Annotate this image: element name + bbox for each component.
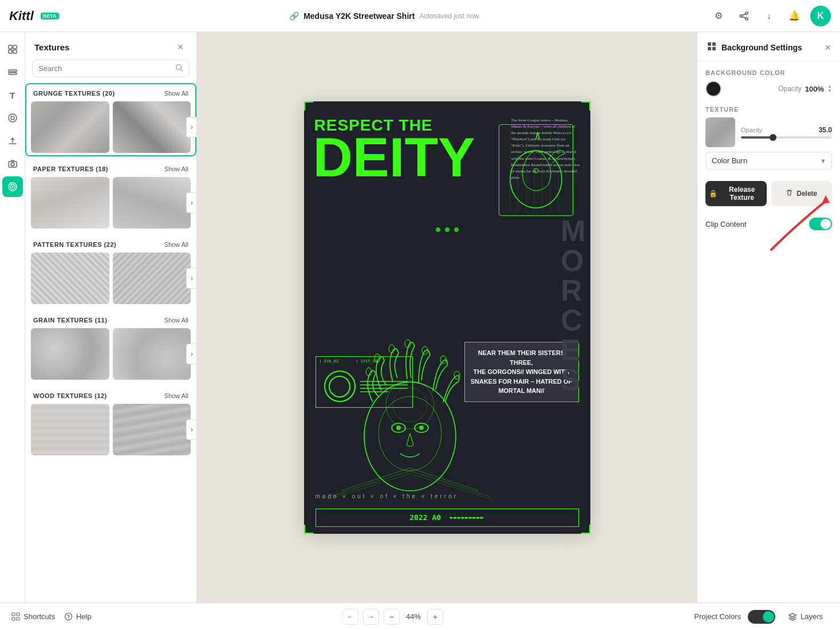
clip-content-row: Clip Content [705, 218, 832, 230]
layers-button[interactable]: Layers [782, 610, 829, 624]
download-icon[interactable]: ↓ [760, 7, 778, 25]
trash-icon [786, 189, 793, 198]
sidebar-item-text[interactable]: T [2, 85, 23, 105]
grunge-title: GRUNGE TEXTURES (20) [33, 90, 115, 97]
color-row: Opacity 100% ▲ ▼ [705, 81, 832, 97]
icon-bar: T [0, 32, 25, 603]
meta-letter-m: M [561, 216, 585, 246]
delete-label: Delete [796, 190, 817, 198]
sidebar-item-edit[interactable] [2, 39, 23, 60]
grain-thumb-1[interactable] [31, 328, 109, 380]
texture-preview-row: Opacity 35.0 [705, 117, 832, 147]
design-unicorn-box [499, 124, 573, 216]
wood-thumb-1[interactable] [31, 404, 109, 455]
grain-title: GRAIN TEXTURES (11) [33, 317, 107, 324]
rp-title: Background Settings [721, 43, 802, 52]
doc-title[interactable]: Medusa Y2K Streetwear Shirt [303, 11, 415, 21]
grunge-thumb-1[interactable] [31, 101, 109, 153]
slider-thumb[interactable] [770, 134, 776, 141]
paper-thumb-1[interactable] [31, 177, 109, 229]
wood-show-all[interactable]: Show All [164, 392, 188, 399]
project-colors-label: Project Colors [694, 612, 741, 621]
texture-sections: GRUNGE TEXTURES (20) Show All › PAPER TE… [25, 83, 196, 603]
pattern-section-header: PATTERN TEXTURES (22) Show All [29, 238, 193, 253]
svg-point-12 [11, 116, 14, 120]
texture-label: TEXTURE [705, 106, 832, 113]
grunge-show-all[interactable]: Show All [164, 90, 188, 97]
blend-mode-row: Normal Multiply Screen Overlay Darken Li… [705, 152, 832, 170]
svg-rect-46 [708, 47, 711, 50]
pattern-thumb-2[interactable] [113, 253, 191, 304]
search-input[interactable] [38, 64, 175, 73]
pattern-show-all[interactable]: Show All [164, 241, 188, 248]
slider-fill [741, 136, 773, 139]
design-canvas: RESPECT THE DEITY The three Gorgon siste… [304, 101, 590, 534]
paper-nav-arrow[interactable]: › [186, 192, 196, 213]
pattern-thumb-1[interactable] [31, 253, 109, 304]
sidebar-item-layers[interactable] [2, 62, 23, 82]
svg-line-4 [742, 17, 746, 18]
pattern-grid: › [29, 253, 193, 304]
texture-opacity-value: 35.0 [819, 126, 832, 134]
grunge-section: GRUNGE TEXTURES (20) Show All › [25, 83, 196, 156]
next-arrow[interactable]: → [363, 609, 379, 625]
rp-close-button[interactable]: × [825, 42, 831, 54]
wood-thumb-2[interactable] [113, 404, 191, 455]
clip-content-toggle[interactable] [809, 218, 832, 230]
release-texture-label: Release Texture [721, 186, 763, 202]
texture-preview-box[interactable] [705, 117, 735, 147]
sidebar-item-upload[interactable] [2, 131, 23, 151]
paper-grid: › [29, 177, 193, 229]
sidebar-item-texture[interactable] [2, 176, 23, 197]
opacity-arrows[interactable]: ▲ ▼ [827, 84, 832, 93]
blend-mode-select[interactable]: Normal Multiply Screen Overlay Darken Li… [705, 152, 832, 170]
grain-thumb-2[interactable] [113, 328, 191, 380]
paper-show-all[interactable]: Show All [164, 166, 188, 172]
app-logo: Kittl [9, 9, 34, 23]
opacity-down-arrow[interactable]: ▼ [827, 89, 832, 93]
crosshair-br [581, 525, 590, 534]
share-icon[interactable] [735, 7, 753, 25]
paper-section-header: PAPER TEXTURES (18) Show All [29, 162, 193, 177]
dot-3 [454, 227, 459, 232]
grunge-thumb-2[interactable] [113, 101, 191, 153]
notifications-icon[interactable]: 🔔 [785, 7, 803, 25]
grain-show-all[interactable]: Show All [164, 317, 188, 324]
delete-button[interactable]: Delete [771, 181, 833, 206]
sidebar-item-camera[interactable] [2, 153, 23, 174]
svg-rect-8 [13, 50, 17, 53]
dot-1 [436, 227, 440, 232]
svg-point-43 [393, 388, 427, 422]
prev-arrow[interactable]: ← [342, 609, 358, 625]
paper-thumb-2[interactable] [113, 177, 191, 229]
zoom-in-button[interactable]: + [427, 609, 443, 625]
release-texture-button[interactable]: 🔒 Release Texture [705, 181, 767, 206]
project-colors-toggle[interactable] [748, 610, 775, 624]
zoom-out-button[interactable]: − [384, 609, 400, 625]
settings-icon[interactable]: ⚙ [709, 7, 728, 25]
grunge-grid: › [29, 101, 193, 153]
grunge-nav-arrow[interactable]: › [186, 117, 196, 137]
canvas-wrapper[interactable]: RESPECT THE DEITY The three Gorgon siste… [304, 101, 590, 534]
sidebar-item-shapes[interactable] [2, 108, 23, 128]
layers-label: Layers [800, 612, 823, 621]
wood-nav-arrow[interactable]: › [186, 419, 196, 440]
opacity-row: Opacity 100% ▲ ▼ [778, 84, 832, 93]
meta-letter-2: E [561, 335, 585, 365]
svg-point-11 [9, 114, 17, 122]
opacity-slider-track[interactable] [741, 136, 832, 139]
pattern-nav-arrow[interactable]: › [186, 268, 196, 289]
svg-point-0 [746, 12, 748, 14]
panel-close-button[interactable]: × [173, 40, 187, 54]
grain-nav-arrow[interactable]: › [186, 344, 196, 364]
avatar[interactable]: K [810, 6, 831, 26]
shortcuts-button[interactable]: Shortcuts [11, 612, 55, 621]
topbar-right: ⚙ ↓ 🔔 K [709, 6, 831, 26]
help-button[interactable]: Help [64, 612, 92, 621]
topbar-left: Kittl BETA [9, 9, 59, 23]
meta-letter-e: O [561, 246, 585, 275]
search-bar[interactable] [32, 60, 190, 77]
svg-point-42 [386, 381, 434, 429]
svg-point-29 [364, 382, 456, 491]
bg-color-swatch[interactable] [705, 81, 721, 97]
